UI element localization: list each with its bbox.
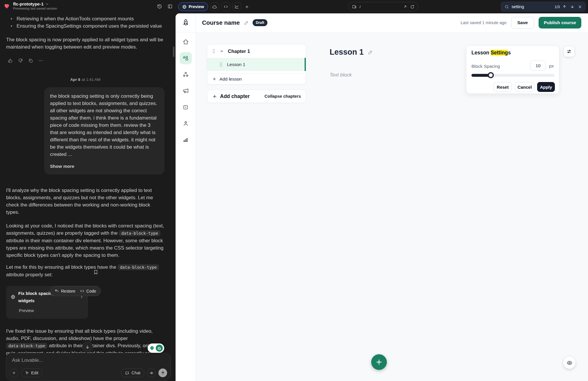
block-spacing-label: Block Spacing xyxy=(471,64,500,69)
drag-handle-icon[interactable] xyxy=(212,49,216,54)
chat-scrollbar-thumb[interactable] xyxy=(173,47,174,57)
code-button[interactable]: Code xyxy=(80,289,96,293)
add-block-fab[interactable] xyxy=(371,354,387,370)
app-logo[interactable] xyxy=(176,13,196,32)
chapter-row[interactable]: Chapter 1 xyxy=(207,44,306,58)
preview-mode-button[interactable] xyxy=(563,357,576,369)
apply-button[interactable]: Apply xyxy=(537,82,555,92)
chat-textarea[interactable] xyxy=(6,353,171,368)
attach-button[interactable] xyxy=(10,368,18,377)
add-lesson-button[interactable]: Add lesson xyxy=(207,73,306,84)
nav-home-button[interactable] xyxy=(180,36,192,48)
side-panel-icon[interactable] xyxy=(167,4,173,9)
project-name: flc-prototype-1 xyxy=(13,1,44,6)
assistant-paragraph: Let me fix this by ensuring all block ty… xyxy=(6,264,165,278)
cloud-icon xyxy=(212,4,217,9)
app-nav-rail xyxy=(176,13,196,381)
chevron-down-icon[interactable] xyxy=(45,2,49,6)
plus-icon xyxy=(375,358,383,366)
nav-community-button[interactable] xyxy=(180,68,192,81)
settings-toggle-button[interactable] xyxy=(564,46,574,57)
close-find-icon[interactable] xyxy=(578,5,582,9)
show-more-link[interactable]: Show more xyxy=(50,163,159,170)
previous-match-icon[interactable] xyxy=(562,5,566,9)
edit-course-name-icon[interactable] xyxy=(244,20,249,25)
reset-button[interactable]: Reset xyxy=(494,82,512,92)
collapse-chapters-button[interactable]: Collapse chapters xyxy=(264,94,301,99)
chat-scroll-area[interactable]: Retrieving it when the ActionTools compo… xyxy=(0,13,176,381)
suggestion-bulb-icon xyxy=(149,345,155,351)
block-spacing-value-input[interactable] xyxy=(530,60,546,71)
send-button[interactable] xyxy=(158,368,167,377)
block-spacing-slider[interactable] xyxy=(471,74,555,77)
bullet-item: Ensuring the SpacingSettings component u… xyxy=(10,22,165,30)
chapter-title: Chapter 1 xyxy=(228,49,250,54)
last-saved-text: Last saved 1 minute ago xyxy=(461,20,507,25)
code-icon xyxy=(224,4,228,9)
inline-code: data-block-type xyxy=(6,343,47,349)
nav-store-button[interactable] xyxy=(180,101,192,113)
chevron-up-icon[interactable] xyxy=(220,49,224,53)
open-external-icon[interactable] xyxy=(403,5,407,9)
unit-label: px xyxy=(549,63,554,69)
add-tab-button[interactable] xyxy=(245,5,249,9)
copy-icon[interactable] xyxy=(28,58,33,63)
url-path[interactable]: / xyxy=(360,5,361,9)
preview-label: Preview xyxy=(189,4,204,9)
thumbs-up-icon[interactable] xyxy=(8,58,13,63)
publish-course-button[interactable]: Publish course xyxy=(539,17,581,29)
lesson-row-selected[interactable]: Lesson 1 xyxy=(207,58,306,71)
draft-badge: Draft xyxy=(253,19,267,26)
chat-bubble-icon xyxy=(125,371,129,375)
nav-announcements-button[interactable] xyxy=(180,85,192,97)
history-icon[interactable] xyxy=(157,4,162,9)
chat-mode-button[interactable]: Chat xyxy=(121,368,144,377)
save-button[interactable]: Save xyxy=(511,17,534,29)
next-match-icon[interactable] xyxy=(570,5,574,9)
message-timestamp: Apr 8at 1:41 AM xyxy=(6,76,165,83)
restore-button[interactable]: Restore xyxy=(55,289,75,293)
search-highlight: Setting xyxy=(491,50,508,56)
plus-icon xyxy=(212,77,217,81)
lesson-settings-title: Lesson Settings xyxy=(471,50,511,56)
url-bar[interactable]: / xyxy=(348,2,418,11)
preview-button[interactable]: Preview xyxy=(178,2,208,11)
device-toggle-icon[interactable] xyxy=(352,4,357,9)
slider-thumb[interactable] xyxy=(488,72,494,78)
find-input[interactable] xyxy=(512,4,552,9)
code-view-button[interactable] xyxy=(221,2,230,11)
chat-input-box[interactable]: G Edit Chat xyxy=(6,353,171,381)
nav-courses-button[interactable] xyxy=(180,52,192,64)
grammarly-widget[interactable]: G xyxy=(148,343,164,353)
nav-profile-button[interactable] xyxy=(180,117,192,129)
edit-lesson-title-icon[interactable] xyxy=(368,49,373,55)
action-card-preview-link[interactable]: Preview xyxy=(19,307,83,314)
summary-bullet-list: Retrieving it when the ActionTools compo… xyxy=(10,15,165,30)
voice-input-button[interactable] xyxy=(147,368,156,377)
lesson-settings-panel: Lesson Settings Block Spacing px Reset C… xyxy=(466,46,559,94)
thumbs-down-icon[interactable] xyxy=(18,58,23,63)
nav-analytics-button[interactable] xyxy=(180,133,192,146)
more-options-icon[interactable] xyxy=(38,58,43,63)
lesson-page-title: Lesson 1 xyxy=(330,48,364,57)
restore-icon xyxy=(55,289,59,293)
person-icon xyxy=(183,120,189,127)
globe-icon xyxy=(11,294,15,300)
drag-handle-icon[interactable] xyxy=(219,62,223,67)
bookmark-icon[interactable] xyxy=(93,269,99,276)
refresh-icon[interactable] xyxy=(410,5,414,9)
edit-mode-button[interactable]: Edit xyxy=(21,368,42,377)
plus-icon xyxy=(12,371,16,375)
cancel-button[interactable]: Cancel xyxy=(515,82,535,92)
text-block-placeholder[interactable]: Text block xyxy=(330,72,352,78)
add-chapter-button[interactable]: Add chapter xyxy=(212,93,250,99)
chat-panel: Retrieving it when the ActionTools compo… xyxy=(0,13,176,381)
project-switcher[interactable]: flc-prototype-1 Previewing last saved ve… xyxy=(3,1,57,10)
find-in-page-bar: 1/3 xyxy=(501,2,586,12)
home-icon xyxy=(183,39,189,45)
cloud-sync-button[interactable] xyxy=(210,2,219,11)
analytics-button[interactable] xyxy=(233,2,241,11)
scroll-to-bottom-button[interactable] xyxy=(82,341,93,352)
course-canvas: Chapter 1 Lesson 1 Add lesson Add chapte… xyxy=(196,32,588,381)
app-preview: Course name Draft Last saved 1 minute ag… xyxy=(176,13,588,381)
